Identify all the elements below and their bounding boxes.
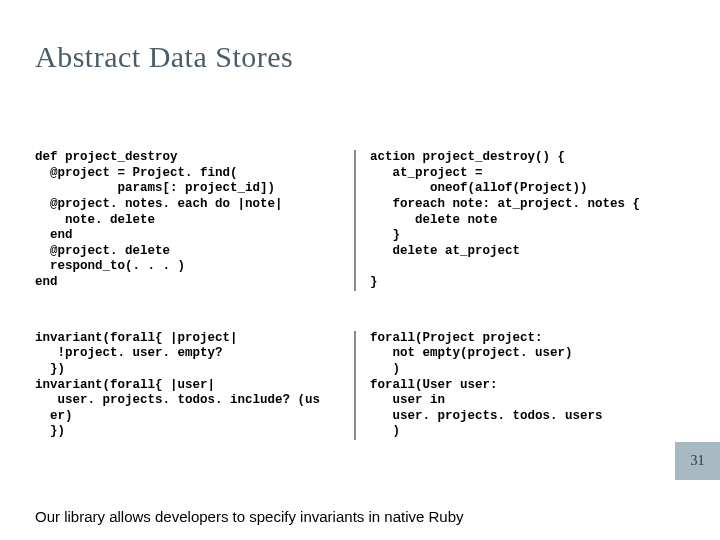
page-number-badge: 31 xyxy=(675,442,720,480)
code-top-right: action project_destroy() { at_project = … xyxy=(370,150,675,291)
code-divider-bottom xyxy=(354,331,356,440)
code-box-bottom-right: forall(Project project: not empty(projec… xyxy=(370,331,675,440)
page-number: 31 xyxy=(691,453,705,469)
slide-title: Abstract Data Stores xyxy=(35,40,293,74)
slide-container: { "title": "Abstract Data Stores", "code… xyxy=(0,0,720,540)
code-bottom-right: forall(Project project: not empty(projec… xyxy=(370,331,675,440)
code-area: def project_destroy @project = Project. … xyxy=(35,150,675,440)
code-box-bottom-left: invariant(forall{ |project| !project. us… xyxy=(35,331,340,440)
code-box-top-left: def project_destroy @project = Project. … xyxy=(35,150,340,291)
code-top-left: def project_destroy @project = Project. … xyxy=(35,150,340,291)
caption-text: Our library allows developers to specify… xyxy=(35,508,464,525)
code-row-bottom: invariant(forall{ |project| !project. us… xyxy=(35,331,675,440)
code-row-top: def project_destroy @project = Project. … xyxy=(35,150,675,291)
code-box-top-right: action project_destroy() { at_project = … xyxy=(370,150,675,291)
code-divider-top xyxy=(354,150,356,291)
code-bottom-left: invariant(forall{ |project| !project. us… xyxy=(35,331,340,440)
